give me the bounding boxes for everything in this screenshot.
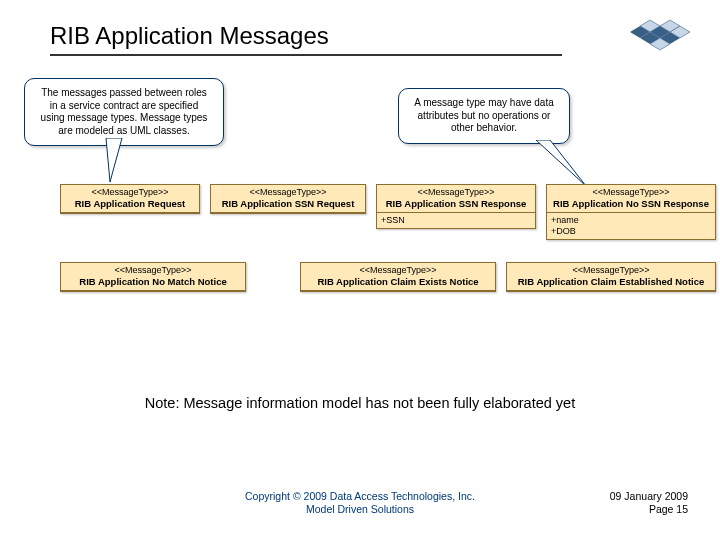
svg-marker-8 <box>106 138 122 182</box>
uml-class-box: <<MessageType>> RIB Application Claim Ex… <box>300 262 496 292</box>
uml-class-box: <<MessageType>> RIB Application Request <box>60 184 200 214</box>
uml-stereotype: <<MessageType>> <box>215 187 361 198</box>
uml-stereotype: <<MessageType>> <box>65 187 195 198</box>
uml-class-box: <<MessageType>> RIB Application SSN Resp… <box>376 184 536 229</box>
uml-class-box: <<MessageType>> RIB Application No Match… <box>60 262 246 292</box>
uml-header: <<MessageType>> RIB Application Claim Es… <box>507 263 715 291</box>
footer-page: Page 15 <box>610 503 688 516</box>
uml-class-box: <<MessageType>> RIB Application No SSN R… <box>546 184 716 240</box>
uml-stereotype: <<MessageType>> <box>551 187 711 198</box>
uml-attrs: +name +DOB <box>547 213 715 239</box>
callout-attributes: A message type may have data attributes … <box>398 88 570 144</box>
uml-name: RIB Application SSN Request <box>215 198 361 209</box>
title-underline <box>50 54 562 56</box>
uml-class-box: <<MessageType>> RIB Application Claim Es… <box>506 262 716 292</box>
uml-name: RIB Application Claim Established Notice <box>511 276 711 287</box>
uml-stereotype: <<MessageType>> <box>511 265 711 276</box>
title-bold: RIB Application <box>50 22 213 49</box>
uml-header: <<MessageType>> RIB Application Claim Ex… <box>301 263 495 291</box>
page-title: RIB Application Messages <box>50 22 329 50</box>
note-text: Note: Message information model has not … <box>0 395 720 411</box>
uml-header: <<MessageType>> RIB Application No SSN R… <box>547 185 715 213</box>
logo-icon <box>620 18 690 60</box>
uml-header: <<MessageType>> RIB Application SSN Resp… <box>377 185 535 213</box>
title-light: Messages <box>213 22 329 49</box>
uml-header: <<MessageType>> RIB Application No Match… <box>61 263 245 291</box>
uml-header: <<MessageType>> RIB Application SSN Requ… <box>211 185 365 213</box>
callout-text: The messages passed between roles in a s… <box>41 87 208 136</box>
uml-attrs: +SSN <box>377 213 535 228</box>
uml-attr: +name <box>551 215 711 226</box>
uml-attr: +DOB <box>551 226 711 237</box>
uml-name: RIB Application No SSN Response <box>551 198 711 209</box>
callout-text: A message type may have data attributes … <box>414 97 554 133</box>
uml-header: <<MessageType>> RIB Application Request <box>61 185 199 213</box>
uml-class-box: <<MessageType>> RIB Application SSN Requ… <box>210 184 366 214</box>
uml-name: RIB Application Claim Exists Notice <box>305 276 491 287</box>
uml-attr: +SSN <box>381 215 531 226</box>
uml-stereotype: <<MessageType>> <box>305 265 491 276</box>
uml-name: RIB Application Request <box>65 198 195 209</box>
footer-meta: 09 January 2009 Page 15 <box>610 490 688 516</box>
callout-tail-icon <box>100 138 130 188</box>
uml-stereotype: <<MessageType>> <box>381 187 531 198</box>
uml-name: RIB Application SSN Response <box>381 198 531 209</box>
uml-name: RIB Application No Match Notice <box>65 276 241 287</box>
callout-message-types: The messages passed between roles in a s… <box>24 78 224 146</box>
uml-stereotype: <<MessageType>> <box>65 265 241 276</box>
svg-marker-9 <box>536 140 586 186</box>
footer-date: 09 January 2009 <box>610 490 688 503</box>
